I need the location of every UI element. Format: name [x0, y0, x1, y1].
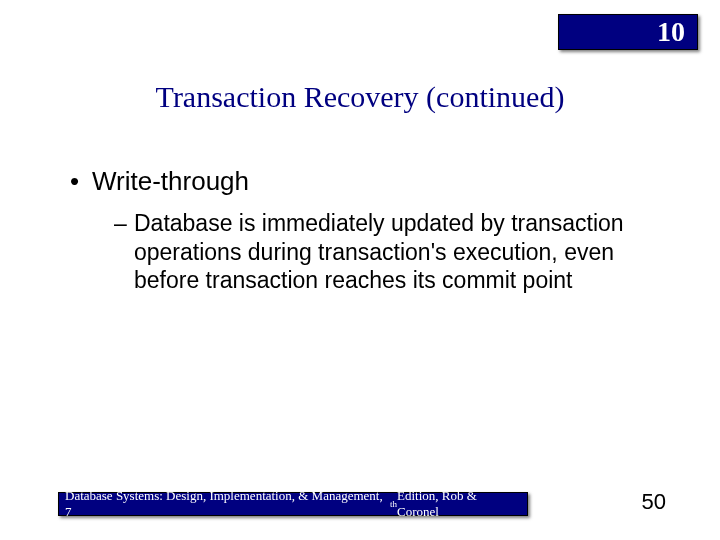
- footer-superscript: th: [390, 499, 397, 509]
- content-area: Write-through Database is immediately up…: [70, 165, 680, 295]
- footer-citation: Database Systems: Design, Implementation…: [58, 492, 528, 516]
- bullet-level-2: Database is immediately updated by trans…: [70, 209, 680, 295]
- slide-title: Transaction Recovery (continued): [0, 80, 720, 114]
- footer-text-before: Database Systems: Design, Implementation…: [65, 488, 390, 520]
- footer-text-after: Edition, Rob & Coronel: [397, 488, 521, 520]
- page-number: 50: [642, 489, 666, 515]
- bullet-level-1: Write-through: [70, 165, 680, 199]
- chapter-badge: 10: [558, 14, 698, 50]
- chapter-number: 10: [657, 16, 685, 48]
